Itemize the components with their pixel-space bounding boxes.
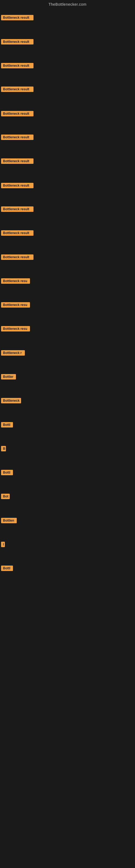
- bottleneck-badge-9: Bottleneck result: [1, 207, 34, 212]
- bottleneck-item-4: Bottleneck result: [1, 87, 34, 93]
- bottleneck-badge-5: Bottleneck result: [1, 111, 34, 116]
- bottleneck-item-12: Bottleneck resu: [1, 278, 30, 285]
- bottleneck-badge-11: Bottleneck result: [1, 254, 34, 260]
- bottleneck-item-18: Bottl: [1, 422, 13, 429]
- bottleneck-item-5: Bottleneck result: [1, 111, 34, 118]
- bottleneck-item-23: I: [1, 542, 5, 548]
- bottleneck-badge-20: Bottl: [1, 470, 13, 475]
- bottleneck-item-2: Bottleneck result: [1, 39, 34, 45]
- items-container: Bottleneck resultBottleneck resultBottle…: [0, 8, 135, 867]
- bottleneck-item-16: Bottler: [1, 374, 16, 380]
- bottleneck-badge-7: Bottleneck result: [1, 158, 34, 164]
- bottleneck-badge-16: Bottler: [1, 374, 16, 379]
- bottleneck-badge-14: Bottleneck resu: [1, 326, 30, 332]
- bottleneck-badge-3: Bottleneck result: [1, 63, 34, 68]
- bottleneck-badge-12: Bottleneck resu: [1, 278, 30, 284]
- bottleneck-badge-6: Bottleneck result: [1, 134, 34, 140]
- bottleneck-item-9: Bottleneck result: [1, 207, 34, 213]
- bottleneck-badge-1: Bottleneck result: [1, 15, 34, 20]
- bottleneck-item-8: Bottleneck result: [1, 183, 34, 189]
- bottleneck-badge-24: Bottl: [1, 565, 13, 571]
- bottleneck-badge-2: Bottleneck result: [1, 39, 34, 44]
- bottleneck-badge-23: I: [1, 542, 5, 547]
- bottleneck-badge-8: Bottleneck result: [1, 183, 34, 188]
- bottleneck-badge-13: Bottleneck resu: [1, 302, 30, 308]
- bottleneck-item-24: Bottl: [1, 565, 13, 572]
- bottleneck-item-19: B: [1, 446, 6, 453]
- site-title-container: TheBottlenecker.com: [0, 0, 135, 8]
- bottleneck-item-21: Bot: [1, 494, 10, 500]
- bottleneck-item-11: Bottleneck result: [1, 254, 34, 261]
- bottleneck-item-15: Bottleneck r: [1, 350, 25, 357]
- bottleneck-badge-10: Bottleneck result: [1, 230, 34, 236]
- bottleneck-badge-21: Bot: [1, 494, 10, 499]
- bottleneck-item-1: Bottleneck result: [1, 15, 34, 22]
- bottleneck-item-10: Bottleneck result: [1, 230, 34, 237]
- bottleneck-item-22: Bottlen: [1, 518, 17, 524]
- bottleneck-badge-22: Bottlen: [1, 518, 17, 523]
- bottleneck-badge-18: Bottl: [1, 422, 13, 428]
- bottleneck-item-14: Bottleneck resu: [1, 326, 30, 333]
- bottleneck-item-13: Bottleneck resu: [1, 302, 30, 309]
- bottleneck-badge-4: Bottleneck result: [1, 87, 34, 92]
- bottleneck-item-3: Bottleneck result: [1, 63, 34, 69]
- bottleneck-item-6: Bottleneck result: [1, 134, 34, 141]
- bottleneck-badge-19: B: [1, 446, 6, 452]
- bottleneck-item-17: Bottleneck: [1, 398, 21, 404]
- bottleneck-item-20: Bottl: [1, 470, 13, 476]
- site-title: TheBottlenecker.com: [0, 0, 135, 8]
- bottleneck-item-7: Bottleneck result: [1, 158, 34, 165]
- bottleneck-badge-17: Bottleneck: [1, 398, 21, 403]
- bottleneck-badge-15: Bottleneck r: [1, 350, 25, 355]
